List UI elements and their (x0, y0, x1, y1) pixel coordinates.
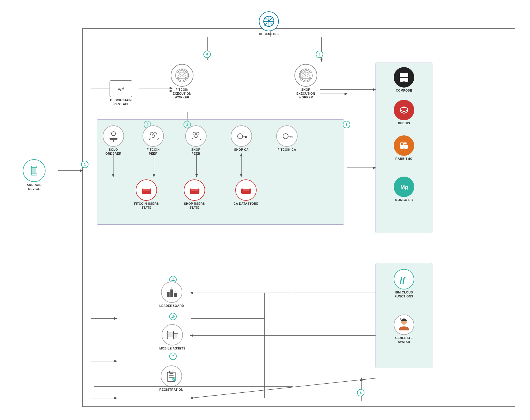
fitcoin-worker-node: FITCOINEXECUTIONWORKER (171, 64, 193, 100)
ca-datastore-label: CA DATASTORE (234, 202, 258, 206)
fitcoin-ca-icon (276, 125, 298, 147)
fitcoin-ca-node: FITCOIN CA (276, 125, 298, 152)
fitcoin-users-state-label: FITCOIN USERSSTATE (134, 202, 159, 210)
shop-peer-icon (185, 125, 207, 147)
blockchain-api-label: BLOCKCHAINREST API (110, 98, 132, 106)
svg-rect-110 (404, 145, 408, 149)
shop-users-state-node: SHOP USERSSTATE (184, 179, 205, 210)
svg-point-32 (268, 20, 270, 22)
svg-rect-97 (191, 189, 198, 191)
svg-rect-65 (110, 138, 117, 140)
svg-rect-103 (243, 189, 249, 191)
ibm-cloud-functions-icon: ff (394, 269, 414, 289)
svg-rect-106 (400, 78, 404, 82)
right-panel-bottom: ff IBM CLOUDFUNCTIONS (376, 263, 432, 368)
svg-point-72 (195, 135, 197, 138)
svg-rect-91 (143, 189, 150, 191)
fitcoin-peer-node: FITCOINPEER (143, 125, 164, 156)
fitcoin-worker-icon (171, 64, 193, 87)
step-5-badge: 5 (316, 51, 323, 58)
svg-rect-111 (404, 142, 407, 144)
svg-point-64 (112, 132, 116, 136)
svg-rect-45 (32, 168, 36, 173)
svg-point-68 (154, 132, 156, 135)
svg-rect-95 (190, 193, 192, 194)
ibm-cloud-functions-node: ff IBM CLOUDFUNCTIONS (394, 269, 414, 298)
shop-users-state-icon (184, 179, 205, 201)
generate-avatar-node: GENERATEAVATAR (394, 315, 414, 344)
diagram-container: 1 2 3 4 5 6 7 8 10 11 KUBENETES (9, 9, 521, 412)
svg-text:Mg: Mg (401, 185, 408, 190)
svg-rect-102 (249, 193, 250, 194)
rabbitmq-icon (394, 135, 414, 156)
reddis-icon (394, 100, 414, 120)
fitcoin-ca-label: FITCOIN CA (278, 148, 296, 152)
shop-worker-node: SHOPEXECUTIONWORKER (294, 64, 317, 100)
reddis-label: REDDIS (398, 121, 410, 125)
kubernetes-label: KUBENETES (259, 32, 279, 36)
shop-peer-node: SHOPPEER (185, 125, 207, 156)
svg-point-73 (238, 134, 243, 139)
kubernetes-node: KUBENETES (259, 11, 279, 36)
shop-ca-icon (231, 125, 252, 147)
rabbitmq-node: RABBITMQ (394, 135, 414, 161)
svg-point-69 (152, 135, 155, 138)
svg-rect-112 (401, 143, 403, 145)
fitcoin-peer-label: FITCOINPEER (147, 148, 160, 156)
step-6-badge: 6 (203, 51, 211, 58)
solo-orderer-node: SOLOORDERER (103, 125, 124, 156)
shop-users-state-label: SHOP USERSSTATE (184, 202, 205, 210)
shop-ca-label: SHOP CA (234, 148, 249, 152)
ca-datastore-icon (235, 179, 257, 201)
shop-peer-label: SHOPPEER (191, 148, 201, 156)
svg-rect-105 (404, 73, 408, 77)
generate-avatar-label: GENERATEAVATAR (395, 336, 413, 344)
solo-orderer-icon (103, 125, 124, 147)
svg-rect-89 (142, 193, 144, 194)
blockchain-api-icon: api (110, 80, 132, 97)
step-1-badge: 1 (81, 161, 88, 168)
svg-point-67 (150, 132, 153, 135)
fitcoin-worker-label: FITCOINEXECUTIONWORKER (173, 88, 191, 100)
kubernetes-icon (259, 11, 279, 31)
svg-rect-101 (242, 193, 243, 194)
ibm-cloud-functions-label: IBM CLOUDFUNCTIONS (395, 291, 413, 298)
compose-icon (394, 67, 414, 88)
bottom-box (94, 279, 293, 387)
mongodb-icon: Mg (394, 177, 414, 197)
svg-point-70 (193, 132, 196, 135)
blockchain-api-node: api BLOCKCHAINREST API (110, 80, 132, 106)
shop-ca-node: SHOP CA (231, 125, 252, 152)
right-panel-top: COMPOSE REDDIS (376, 63, 432, 233)
shop-worker-icon (294, 64, 317, 87)
svg-rect-66 (113, 140, 114, 142)
svg-rect-90 (149, 193, 151, 194)
compose-label: COMPOSE (396, 89, 412, 93)
svg-rect-104 (400, 73, 404, 77)
ca-datastore-node: CA DATASTORE (234, 179, 258, 206)
svg-text:ff: ff (400, 275, 406, 284)
svg-rect-107 (404, 78, 408, 82)
svg-point-77 (283, 134, 288, 139)
fitcoin-users-state-icon (136, 179, 157, 201)
mongodb-label: MONGO DB (395, 198, 413, 202)
fitcoin-peer-icon (143, 125, 164, 147)
android-node: ANDROIDDEVICE (23, 159, 46, 191)
reddis-node: REDDIS (394, 100, 414, 125)
registration-label: REGISTRATION (159, 388, 183, 392)
svg-point-117 (405, 322, 406, 322)
svg-rect-96 (197, 193, 199, 194)
android-icon (23, 159, 46, 182)
android-label: ANDROIDDEVICE (27, 183, 42, 191)
rabbitmq-label: RABBITMQ (395, 157, 413, 161)
blockchain-inner-box: SOLOORDERER FITCOINPEER (97, 119, 344, 225)
shop-worker-label: SHOPEXECUTIONWORKER (296, 88, 315, 100)
mongodb-node: Mg MONGO DB (394, 177, 414, 202)
compose-node: COMPOSE (394, 67, 414, 93)
svg-point-116 (403, 322, 403, 322)
svg-point-44 (34, 175, 35, 175)
solo-orderer-label: SOLOORDERER (105, 148, 121, 156)
generate-avatar-icon (394, 315, 414, 335)
fitcoin-users-state-node: FITCOIN USERSSTATE (134, 179, 159, 210)
step-8-badge: 8 (357, 389, 364, 396)
